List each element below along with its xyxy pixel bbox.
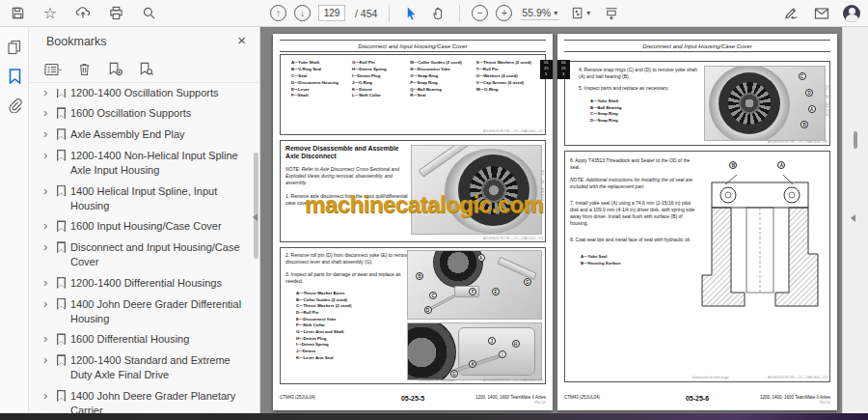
photo-housing-detents: J H I K G bbox=[407, 322, 542, 380]
bookmark-item[interactable]: ›1200-1400 Non-Helical Input Spline Axle… bbox=[29, 146, 252, 182]
zoom-value: 55.9% bbox=[522, 7, 551, 18]
scrollbar-thumb[interactable] bbox=[854, 131, 857, 149]
star-icon[interactable]: ☆ bbox=[41, 4, 60, 23]
legend-entry: F—Shaft bbox=[291, 93, 339, 99]
pdf-page-right: Disconnect and Input Housing/Case Cover … bbox=[557, 34, 837, 410]
step-text: 5. Inspect parts and replace as necessar… bbox=[579, 85, 704, 92]
email-icon[interactable] bbox=[812, 4, 831, 23]
select-tool-icon[interactable] bbox=[401, 4, 420, 23]
bookmark-item[interactable]: ›1600 Oscillation Supports bbox=[29, 103, 252, 125]
fit-page-dropdown[interactable]: ▾ bbox=[567, 4, 594, 23]
acrobat-window: ☆ ↑ ↓ / 454 − + bbox=[0, 0, 868, 420]
page-total-label: / 454 bbox=[355, 8, 377, 19]
chevron-right-icon[interactable]: › bbox=[43, 389, 52, 403]
bookmark-item-label: 1600 Differential Housing bbox=[70, 332, 248, 347]
add-bookmark-icon[interactable] bbox=[106, 61, 123, 78]
legend-entry: Q—Ball Bearing bbox=[410, 87, 461, 94]
photo-exploded-parts: A B C D F E G bbox=[407, 250, 542, 320]
save-icon[interactable] bbox=[8, 4, 27, 23]
legend-entry: U—Washers (6 used) bbox=[476, 73, 531, 80]
close-icon[interactable]: × bbox=[237, 32, 246, 48]
bookmark-item[interactable]: ›Disconnect and Input Housing/Case Cover bbox=[29, 238, 252, 273]
chevron-right-icon[interactable]: › bbox=[43, 106, 52, 120]
legend-entry: K—Detent bbox=[352, 87, 387, 94]
parts-list-entry: E—Disconnect Yoke bbox=[296, 317, 351, 323]
step-text: 4. Remove snap rings (C) and (D) to remo… bbox=[579, 67, 704, 80]
navigation-rail bbox=[0, 27, 29, 413]
account-avatar[interactable] bbox=[843, 5, 860, 22]
bookmark-item[interactable]: ›1200-1400 Oscillation Supports bbox=[29, 89, 252, 103]
chevron-right-icon[interactable]: › bbox=[43, 89, 52, 99]
step-text: 8. Coat seal lips and metal face of seal… bbox=[570, 237, 697, 243]
hub-shape bbox=[739, 93, 760, 114]
page-thumbnails-icon[interactable] bbox=[0, 33, 29, 62]
legend-entry: W—O-Ring bbox=[476, 87, 531, 94]
callout-circle: D bbox=[805, 89, 813, 97]
panel-scrollbar-thumb[interactable] bbox=[254, 153, 258, 259]
bookmark-item[interactable]: ›1600 Differential Housing bbox=[29, 329, 252, 350]
chevron-right-icon[interactable]: › bbox=[43, 240, 52, 254]
zoom-level-dropdown[interactable]: 55.9% ▾ bbox=[520, 6, 559, 20]
find-bookmark-icon[interactable] bbox=[137, 61, 154, 78]
legend-entry: T—Roll Pin bbox=[476, 67, 531, 73]
ring-shape bbox=[433, 250, 483, 288]
legend-entry: H—Detent Spring bbox=[352, 67, 387, 73]
hand-tool-icon[interactable] bbox=[428, 4, 448, 23]
bookmark-icon bbox=[57, 107, 66, 119]
bookmark-item-label: Axle Assembly End Play bbox=[70, 127, 248, 142]
callout-circle: G bbox=[524, 278, 531, 286]
fill-sign-icon[interactable] bbox=[781, 4, 800, 23]
chevron-right-icon[interactable]: › bbox=[43, 149, 52, 162]
section-tab-line: 5 bbox=[540, 71, 553, 77]
share-upload-icon[interactable] bbox=[73, 4, 93, 23]
bookmarks-toolbar bbox=[29, 56, 259, 83]
search-icon[interactable] bbox=[139, 4, 158, 23]
bookmark-item-label: 1400 Helical Input Spline, Input Housing bbox=[70, 184, 248, 213]
legend-entry: J—O-Ring bbox=[352, 80, 387, 87]
toolbar-separator bbox=[459, 5, 460, 22]
bookmarks-panel: Bookmarks × ›1200-1400 Oscil bbox=[29, 27, 260, 413]
attachments-icon[interactable] bbox=[0, 91, 29, 120]
print-icon[interactable] bbox=[106, 4, 125, 23]
bookmarks-panel-icon[interactable] bbox=[0, 62, 29, 91]
step-text: 7. Install yoke seal (A) using a 74.6 mm… bbox=[570, 200, 697, 227]
page-number-input[interactable] bbox=[318, 5, 345, 21]
chevron-right-icon[interactable]: › bbox=[43, 184, 52, 198]
parts-list-entry: C—Thrust Washers (2 used) bbox=[296, 303, 351, 310]
document-scrollbar[interactable] bbox=[842, 27, 868, 413]
delete-bookmark-icon[interactable] bbox=[75, 61, 93, 78]
bookmark-item[interactable]: ›Axle Assembly End Play bbox=[29, 125, 252, 146]
zoom-out-icon[interactable]: − bbox=[472, 5, 488, 21]
zoom-in-icon[interactable]: + bbox=[496, 5, 512, 21]
bookmark-item-label: 1200-1400 Non-Helical Input Spline Axle … bbox=[70, 149, 248, 178]
collapse-panel-icon[interactable] bbox=[253, 213, 258, 221]
footer-manual-title: 1200, 1400, 1600 TeamMate II Axles bbox=[475, 395, 546, 400]
parts-list: A—Yoke Shaft B—Ball Bearing C—Snap Ring … bbox=[590, 98, 621, 125]
parts-list-entry: K—Lever Arm Seal bbox=[296, 355, 351, 362]
next-page-icon[interactable]: ↓ bbox=[294, 5, 311, 21]
bookmark-item[interactable]: ›1200-1400 Standard and Extreme Duty Axl… bbox=[29, 350, 252, 386]
chevron-right-icon[interactable]: › bbox=[43, 353, 52, 367]
chevron-right-icon[interactable]: › bbox=[43, 297, 52, 311]
bookmark-item-label: 1200-1400 Standard and Extreme Duty Axle… bbox=[70, 353, 248, 382]
bookmark-item[interactable]: ›1400 John Deere Grader Planetary Carrie… bbox=[29, 386, 252, 414]
top-toolbar: ☆ ↑ ↓ / 454 − + bbox=[0, 0, 868, 27]
legend-entry: A—Yoke Shaft bbox=[291, 60, 339, 67]
bookmark-item[interactable]: ›1200-1400 Differential Housings bbox=[29, 272, 252, 294]
figure-ref: AXLE05/0578.798 —19—24AUG04—1/2 bbox=[768, 376, 827, 379]
chevron-right-icon[interactable]: › bbox=[43, 127, 52, 141]
bookmark-options-icon[interactable] bbox=[44, 61, 62, 78]
scrolling-mode-icon[interactable] bbox=[602, 4, 621, 23]
chevron-right-icon[interactable]: › bbox=[43, 276, 52, 290]
bookmark-item[interactable]: ›1400 John Deere Grader Differential Hou… bbox=[29, 294, 252, 329]
section-tab: 05 25 5 bbox=[540, 60, 553, 79]
expand-tools-icon[interactable] bbox=[851, 214, 855, 222]
bookmark-item[interactable]: ›1400 Helical Input Spline, Input Housin… bbox=[29, 181, 252, 216]
parts-list-entry: B—Collar Guides (2 used) bbox=[296, 297, 351, 304]
chevron-right-icon[interactable]: › bbox=[43, 332, 52, 346]
legend-column: G—Roll Pin H—Detent Spring I—Detent Plug… bbox=[352, 60, 387, 99]
previous-page-icon[interactable]: ↑ bbox=[270, 5, 286, 21]
parts-list-entry: A—Yoke Shaft bbox=[590, 98, 621, 105]
bookmark-item[interactable]: ›1600 Input Housing/Case Cover bbox=[29, 216, 252, 238]
chevron-right-icon[interactable]: › bbox=[43, 219, 52, 233]
